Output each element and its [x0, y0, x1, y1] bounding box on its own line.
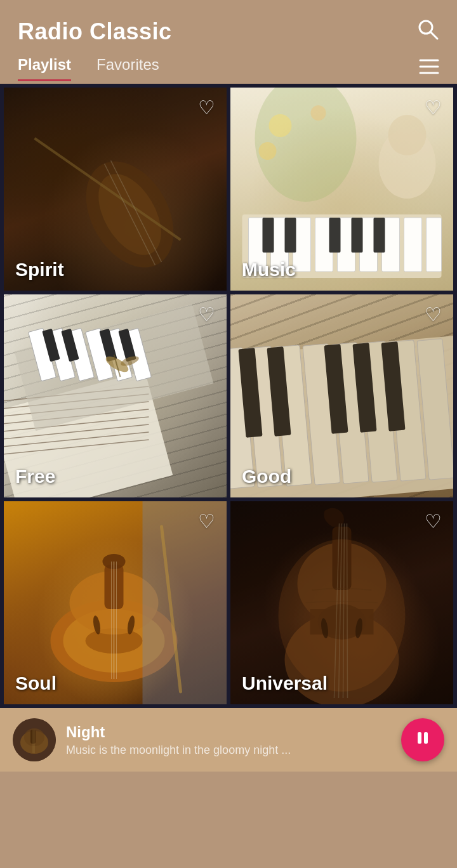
card-free[interactable]: ♡ Free: [4, 294, 227, 497]
svg-point-96: [279, 539, 406, 692]
search-icon: [416, 18, 439, 41]
app-title: Radio Classic: [18, 18, 172, 45]
svg-rect-103: [418, 732, 421, 744]
now-playing-info: Night Music is the moonlight in the gloo…: [66, 723, 391, 757]
card-good[interactable]: ♡ Good: [230, 294, 453, 497]
pause-icon: [414, 729, 432, 751]
pause-icon-svg: [414, 729, 432, 747]
heart-good-button[interactable]: ♡: [425, 303, 442, 326]
app-header: Radio Classic: [0, 0, 457, 46]
card-universal[interactable]: ♡ Universal: [230, 501, 453, 704]
now-playing-bar: Night Music is the moonlight in the gloo…: [0, 708, 457, 772]
heart-soul-button[interactable]: ♡: [198, 510, 215, 532]
card-spirit[interactable]: ♡ Spirit: [4, 88, 227, 291]
heart-universal-button[interactable]: ♡: [425, 510, 442, 532]
tab-bar: Playlist Favorites: [0, 46, 457, 81]
search-button[interactable]: [416, 18, 439, 46]
play-pause-button[interactable]: [401, 718, 444, 761]
card-music[interactable]: ♡ Music: [230, 88, 453, 291]
heart-spirit-button[interactable]: ♡: [198, 96, 215, 119]
card-soul[interactable]: ♡ Soul: [4, 501, 227, 704]
svg-rect-104: [424, 732, 428, 744]
card-free-label: Free: [15, 466, 55, 487]
card-universal-label: Universal: [242, 673, 328, 694]
heart-free-button[interactable]: ♡: [198, 303, 215, 326]
thumbnail-art-svg: [13, 718, 56, 761]
now-playing-subtitle: Music is the moonlight in the gloomy nig…: [66, 744, 391, 757]
now-playing-title: Night: [66, 723, 391, 741]
playlist-grid: ♡ Spirit: [0, 84, 457, 708]
tab-favorites[interactable]: Favorites: [96, 56, 159, 81]
heart-music-button[interactable]: ♡: [425, 96, 442, 119]
card-music-label: Music: [242, 259, 296, 280]
now-playing-thumbnail: [13, 718, 56, 761]
card-good-label: Good: [242, 466, 291, 487]
tab-playlist[interactable]: Playlist: [18, 56, 71, 81]
card-soul-label: Soul: [15, 673, 56, 694]
card-spirit-label: Spirit: [15, 259, 64, 280]
list-icon-svg: [419, 58, 439, 75]
svg-line-1: [430, 32, 437, 39]
menu-list-icon[interactable]: [419, 58, 439, 79]
